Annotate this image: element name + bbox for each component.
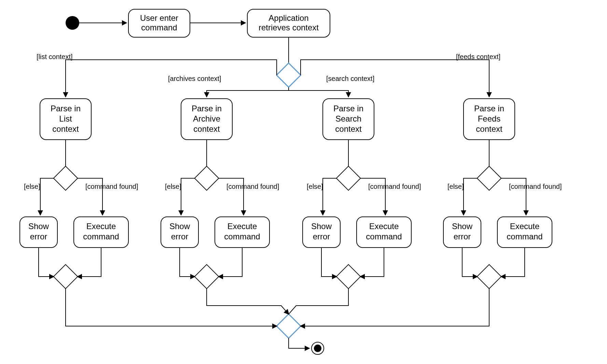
- edge-feeds-merge-to-bottom: [301, 289, 489, 326]
- activity-feeds-show-error-l2: error: [454, 232, 471, 241]
- edge-list-merge-to-bottom: [66, 289, 277, 326]
- merge-list: [54, 265, 78, 289]
- edge-archive-merge-to-bottom: [207, 289, 289, 314]
- edge-archive-error-to-merge: [180, 248, 195, 277]
- edge-feeds-error-to-merge: [462, 248, 477, 277]
- activity-parse-archive-l1: Parse in: [192, 104, 222, 113]
- guard-archive-found: [command found]: [226, 183, 279, 190]
- svg-rect-3: [195, 166, 219, 191]
- svg-rect-4: [195, 265, 219, 289]
- activity-archive-exec-l1: Execute: [227, 222, 257, 231]
- activity-app-retrieves-context-l1: Application: [268, 13, 308, 23]
- guard-archive-else: [else]: [165, 183, 181, 190]
- activity-user-enter-command-l2: command: [141, 23, 177, 32]
- activity-parse-list-l3: context: [52, 124, 79, 134]
- edge-bottom-merge-to-final: [289, 338, 309, 348]
- edge-search-merge-to-bottom: [289, 289, 348, 314]
- guard-feeds-else: [else]: [447, 183, 464, 190]
- activity-app-retrieves-context-l2: retrieves context: [259, 23, 319, 32]
- merge-feeds: [477, 265, 501, 289]
- svg-rect-5: [336, 166, 361, 191]
- activity-parse-list-l1: Parse in: [51, 104, 81, 113]
- merge-search: [336, 265, 361, 289]
- activity-archive-show-error-l1: Show: [169, 222, 190, 231]
- merge-bottom: [277, 314, 301, 338]
- svg-rect-2: [54, 265, 78, 289]
- guard-list-context: [list context]: [37, 53, 73, 60]
- edge-feeds-exec-to-merge: [501, 248, 525, 277]
- edge-decision-to-archive: [207, 87, 289, 97]
- final-node-icon: [312, 342, 324, 354]
- activity-list-exec-l2: command: [83, 232, 119, 241]
- merge-archive: [195, 265, 219, 289]
- svg-rect-1: [54, 166, 78, 191]
- activity-search-exec-l1: Execute: [369, 222, 399, 231]
- activity-parse-search-l3: context: [335, 124, 362, 134]
- decision-list: [54, 166, 78, 191]
- activity-search-show-error-l1: Show: [311, 222, 332, 231]
- edge-archive-decision-to-error: [181, 178, 195, 215]
- guard-feeds-context: [feeds context]: [456, 53, 500, 60]
- guard-list-found: [command found]: [85, 183, 138, 190]
- decision-context: [277, 63, 301, 87]
- guard-archives-context: [archives context]: [168, 75, 221, 82]
- initial-node-icon: [66, 16, 79, 30]
- edge-list-error-to-merge: [39, 248, 54, 277]
- svg-point-11: [314, 345, 321, 352]
- activity-parse-archive-l3: context: [193, 124, 220, 134]
- activity-user-enter-command-l1: User enter: [140, 13, 178, 23]
- activity-parse-search-l1: Parse in: [333, 104, 363, 113]
- edge-search-error-to-merge: [321, 248, 336, 277]
- decision-feeds: [477, 166, 501, 191]
- activity-list-show-error-l2: error: [30, 232, 47, 241]
- activity-feeds-exec-l1: Execute: [510, 222, 540, 231]
- guard-list-else: [else]: [24, 183, 40, 190]
- edge-search-decision-to-error: [323, 178, 336, 215]
- edge-decision-to-search: [289, 87, 348, 97]
- activity-search-show-error-l2: error: [313, 232, 330, 241]
- svg-rect-9: [277, 314, 301, 338]
- activity-parse-search-l2: Search: [335, 114, 361, 123]
- decision-archive: [195, 166, 219, 191]
- svg-rect-0: [277, 63, 301, 87]
- activity-parse-list-l2: List: [59, 114, 72, 123]
- guard-search-found: [command found]: [368, 183, 421, 190]
- guard-search-else: [else]: [307, 183, 323, 190]
- activity-list-show-error-l1: Show: [28, 222, 49, 231]
- activity-diagram: User enter command Application retrieves…: [0, 0, 607, 364]
- activity-list-exec-l1: Execute: [86, 222, 116, 231]
- guard-feeds-found: [command found]: [509, 183, 562, 190]
- activity-feeds-exec-l2: command: [507, 232, 542, 241]
- activity-search-exec-l2: command: [366, 232, 402, 241]
- edge-list-exec-to-merge: [78, 248, 101, 277]
- decision-search: [336, 166, 361, 191]
- edge-feeds-decision-to-error: [464, 178, 477, 215]
- activity-archive-exec-l2: command: [224, 232, 260, 241]
- edge-search-exec-to-merge: [360, 248, 384, 277]
- activity-parse-feeds-l1: Parse in: [474, 104, 504, 113]
- edge-archive-exec-to-merge: [219, 248, 242, 277]
- edge-list-decision-to-error: [40, 178, 54, 215]
- activity-parse-feeds-l3: context: [476, 124, 502, 134]
- activity-parse-archive-l2: Archive: [193, 114, 220, 123]
- svg-rect-7: [477, 166, 501, 191]
- guard-search-context: [search context]: [326, 75, 374, 82]
- svg-rect-8: [477, 265, 501, 289]
- svg-rect-6: [336, 265, 361, 289]
- activity-parse-feeds-l2: Feeds: [478, 114, 501, 123]
- activity-feeds-show-error-l1: Show: [452, 222, 473, 231]
- activity-archive-show-error-l2: error: [171, 232, 189, 241]
